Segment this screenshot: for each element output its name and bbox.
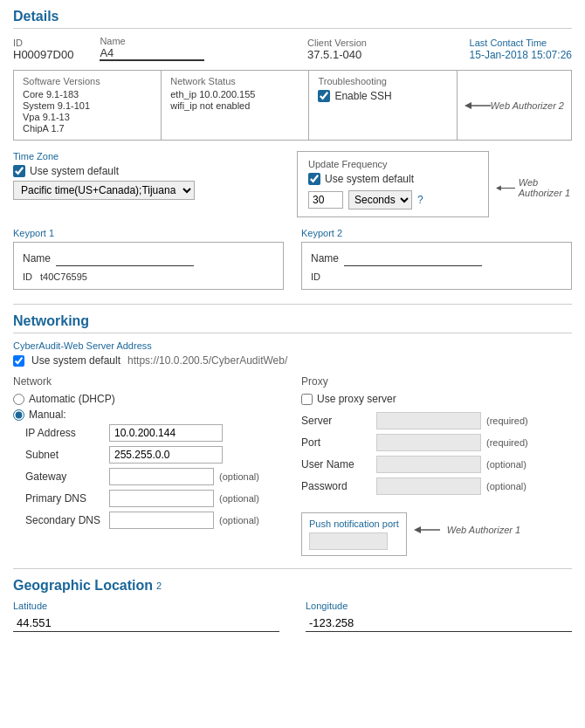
- software-versions-title: Software Versions: [23, 76, 152, 86]
- client-version-value: 37.5.1-040: [307, 48, 367, 61]
- subnet-label: Subnet: [25, 449, 104, 461]
- timezone-block: Time Zone Use system default Pacific tim…: [13, 151, 288, 200]
- update-freq-use-system-label: Use system default: [325, 173, 414, 185]
- use-proxy-row: Use proxy server: [301, 393, 572, 405]
- automatic-radio[interactable]: [13, 394, 24, 405]
- update-frequency-block: Update Frequency Use system default 30 S…: [297, 151, 489, 217]
- keyport1-block: Keyport 1 Name ID t40C76595: [13, 228, 284, 290]
- client-version-label: Client Version: [307, 38, 367, 48]
- software-versions-box: Software Versions Core 9.1-183 System 9.…: [14, 71, 162, 140]
- proxy-password-row: Password (optional): [301, 477, 572, 495]
- subnet-input[interactable]: [109, 446, 223, 464]
- manual-label: Manual:: [29, 409, 66, 421]
- keyport1-name-label: Name: [23, 252, 51, 264]
- geo-title: Geographic Location: [13, 578, 153, 594]
- cyberaudit-use-system-label: Use system default: [31, 354, 120, 367]
- eth-status: eth_ip 10.0.200.155: [170, 89, 299, 100]
- secondary-dns-input[interactable]: [109, 512, 214, 529]
- networking-section: CyberAudit-Web Server Address Use system…: [13, 340, 572, 556]
- latitude-input[interactable]: [13, 615, 279, 632]
- troubleshooting-box: Troubleshooting Enable SSH: [309, 71, 457, 140]
- ip-address-row: IP Address: [25, 424, 284, 442]
- timezone-use-system-label: Use system default: [30, 165, 119, 177]
- last-contact-value: 15-Jan-2018 15:07:26: [470, 49, 572, 61]
- network-status-content: eth_ip 10.0.200.155 wifi_ip not enabled: [170, 89, 299, 111]
- keyport2-name-row: Name: [311, 250, 562, 266]
- last-contact-label: Last Contact Time: [470, 38, 547, 48]
- proxy-password-label: Password: [301, 480, 371, 492]
- chip-version: ChipA 1.7: [23, 123, 152, 134]
- manual-radio[interactable]: [13, 409, 24, 421]
- push-notification-label: Push notification port: [309, 519, 399, 529]
- keyport1-inner: Name ID t40C76595: [13, 242, 284, 290]
- web-authorizer-2-label: Web Authorizer 2: [491, 100, 564, 111]
- cyberaudit-use-system-checkbox[interactable]: [13, 355, 24, 367]
- keyport1-id-value: t40C76595: [40, 271, 87, 282]
- push-notif-annotation: Web Authorizer 1: [447, 525, 520, 535]
- update-freq-use-system-row: Use system default: [308, 173, 478, 185]
- proxy-username-input[interactable]: [376, 456, 481, 473]
- network-block: Network Automatic (DHCP) Manual: IP Addr…: [13, 375, 284, 556]
- keyport2-id: ID: [311, 271, 562, 282]
- timezone-label: Time Zone: [13, 151, 288, 161]
- keyport2-id-label: ID: [311, 271, 320, 282]
- latitude-label: Latitude: [13, 601, 279, 611]
- keyport-section: Keyport 1 Name ID t40C76595 Keyport 2 Na…: [13, 228, 572, 290]
- keyport1-id: ID t40C76595: [23, 271, 274, 282]
- gateway-row: Gateway (optional): [25, 468, 284, 485]
- enable-ssh-checkbox[interactable]: [318, 90, 330, 102]
- cyberaudit-row: Use system default https://10.0.200.5/Cy…: [13, 354, 572, 367]
- proxy-block: Proxy Use proxy server Server (required)…: [301, 375, 572, 556]
- keyport1-id-label: ID: [23, 271, 32, 282]
- keyport1-name-input[interactable]: [56, 250, 194, 266]
- proxy-password-input[interactable]: [376, 477, 481, 495]
- enable-ssh-label: Enable SSH: [334, 90, 391, 102]
- proxy-server-label: Server: [301, 415, 371, 427]
- details-title: Details: [13, 9, 572, 29]
- timezone-dropdown[interactable]: Pacific time(US+Canada);Tijuana: [13, 181, 195, 200]
- secondary-dns-optional: (optional): [219, 515, 259, 525]
- name-value: A4: [100, 46, 204, 61]
- id-field: ID H00097D00: [13, 38, 73, 61]
- timezone-use-system-checkbox[interactable]: [13, 165, 25, 177]
- proxy-server-input[interactable]: [376, 412, 481, 429]
- update-freq-use-system-checkbox[interactable]: [308, 173, 320, 185]
- proxy-password-optional: (optional): [486, 481, 526, 491]
- longitude-field: Longitude: [306, 601, 572, 632]
- keyport2-inner: Name ID: [301, 242, 572, 290]
- proxy-port-input[interactable]: [376, 434, 481, 451]
- primary-dns-label: Primary DNS: [25, 492, 104, 505]
- primary-dns-input[interactable]: [109, 490, 214, 507]
- frequency-unit-select[interactable]: Seconds Minutes Hours: [348, 190, 412, 209]
- proxy-port-row: Port (required): [301, 434, 572, 451]
- push-notification-input[interactable]: [309, 532, 388, 550]
- cyberaudit-url: https://10.0.200.5/CyberAuditWeb/: [127, 354, 287, 367]
- network-status-title: Network Status: [170, 76, 299, 86]
- keyport1-label: Keyport 1: [13, 228, 284, 238]
- automatic-dhcp-row: Automatic (DHCP): [13, 393, 284, 405]
- id-value: H00097D00: [13, 48, 73, 61]
- keyport2-label: Keyport 2: [301, 228, 572, 238]
- frequency-input[interactable]: 30: [308, 191, 343, 209]
- longitude-input[interactable]: [306, 615, 572, 632]
- help-link[interactable]: ?: [417, 194, 423, 206]
- name-label: Name: [100, 36, 204, 46]
- geographic-section: Geographic Location 2 Latitude Longitude: [13, 578, 572, 632]
- manual-row: Manual:: [13, 409, 284, 421]
- gateway-input[interactable]: [109, 468, 214, 485]
- proxy-label: Proxy: [301, 375, 572, 388]
- software-versions-content: Core 9.1-183 System 9.1-101 Vpa 9.1-13 C…: [23, 89, 152, 134]
- keyport2-name-input[interactable]: [344, 250, 482, 266]
- use-proxy-checkbox[interactable]: [301, 394, 313, 405]
- keyport2-block: Keyport 2 Name ID: [301, 228, 572, 290]
- proxy-username-label: User Name: [301, 458, 371, 470]
- wifi-status: wifi_ip not enabled: [170, 100, 299, 111]
- networking-title: Networking: [13, 313, 572, 333]
- ip-address-input[interactable]: [109, 424, 223, 442]
- timezone-use-system-row: Use system default: [13, 165, 288, 177]
- proxy-username-row: User Name (optional): [301, 456, 572, 473]
- secondary-dns-row: Secondary DNS (optional): [25, 512, 284, 529]
- automatic-label: Automatic (DHCP): [29, 393, 115, 405]
- id-label: ID: [13, 38, 73, 48]
- client-version-field: Client Version 37.5.1-040: [307, 38, 367, 61]
